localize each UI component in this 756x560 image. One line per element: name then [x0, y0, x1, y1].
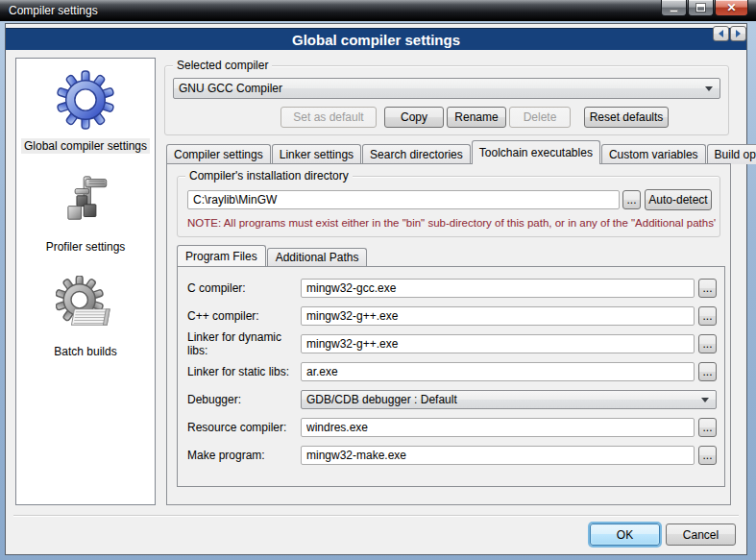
field-row-debugger: Debugger: GDB/CDB debugger : Default: [187, 390, 717, 409]
resource-compiler-browse-button[interactable]: ...: [698, 418, 717, 437]
dynamic-linker-browse-button[interactable]: ...: [698, 334, 717, 353]
settings-tabs: Compiler settings Linker settings Search…: [166, 139, 756, 164]
rename-button[interactable]: Rename: [447, 107, 506, 128]
c-compiler-label: C compiler:: [187, 281, 301, 295]
selected-compiler-group-label: Selected compiler: [173, 59, 272, 72]
c-compiler-input[interactable]: [301, 279, 695, 298]
make-program-input[interactable]: [301, 446, 695, 465]
static-linker-input[interactable]: [301, 362, 695, 381]
static-linker-browse-button[interactable]: ...: [698, 362, 717, 381]
window-controls: ✕: [661, 0, 748, 16]
tab-scroll-left-button[interactable]: [713, 26, 729, 41]
compiler-select[interactable]: GNU GCC Compiler: [173, 78, 720, 99]
installation-directory-input[interactable]: [187, 190, 620, 209]
reset-defaults-button[interactable]: Reset defaults: [584, 107, 669, 128]
installation-directory-browse-button[interactable]: ...: [622, 190, 641, 209]
sidebar-item-label: Batch builds: [51, 344, 119, 359]
window-title: Compiler settings: [0, 4, 98, 17]
field-row-dynamic-linker: Linker for dynamic libs: ...: [187, 334, 717, 353]
c-compiler-browse-button[interactable]: ...: [698, 279, 717, 298]
page-title-banner: Global compiler settings: [6, 28, 746, 50]
installation-directory-group: Compiler's installation directory ... Au…: [177, 176, 720, 237]
close-icon: ✕: [726, 1, 736, 14]
dynamic-linker-label: Linker for dynamic libs:: [187, 330, 301, 357]
debugger-select-value: GDB/CDB debugger : Default: [306, 393, 457, 406]
tab-search-directories[interactable]: Search directories: [362, 144, 471, 164]
tab-linker-settings[interactable]: Linker settings: [272, 144, 361, 164]
toolchain-executables-panel: Compiler's installation directory ... Au…: [166, 163, 731, 505]
copy-button[interactable]: Copy: [384, 107, 444, 128]
tab-compiler-settings[interactable]: Compiler settings: [166, 144, 271, 164]
page-title: Global compiler settings: [292, 32, 460, 48]
footer-divider: [13, 515, 739, 517]
resource-compiler-label: Resource compiler:: [187, 421, 301, 434]
sidebar-item-label: Global compiler settings: [21, 138, 150, 154]
sidebar-item-global-compiler-settings[interactable]: Global compiler settings: [21, 70, 150, 154]
sidebar-item-profiler-settings[interactable]: Profiler settings: [43, 175, 129, 255]
titlebar[interactable]: Compiler settings ✕: [0, 0, 756, 21]
sidebar-item-batch-builds[interactable]: Batch builds: [51, 276, 119, 359]
program-files-panel: C compiler: ... C++ compiler: ... Linker…: [177, 266, 725, 487]
installation-directory-note: NOTE: All programs must exist either in …: [187, 217, 716, 229]
tab-additional-paths[interactable]: Additional Paths: [267, 248, 368, 266]
close-button[interactable]: ✕: [715, 0, 748, 16]
compiler-select-value: GNU GCC Compiler: [179, 82, 282, 95]
compiler-settings-window: Compiler settings ✕ Global compiler sett…: [0, 0, 756, 560]
ok-button[interactable]: OK: [590, 523, 660, 546]
selected-compiler-group: Selected compiler GNU GCC Compiler Set a…: [164, 65, 729, 135]
make-program-browse-button[interactable]: ...: [698, 446, 717, 465]
cancel-button[interactable]: Cancel: [666, 523, 736, 546]
set-as-default-button[interactable]: Set as default: [280, 107, 377, 128]
dynamic-linker-input[interactable]: [301, 334, 695, 353]
restore-icon: [696, 4, 705, 12]
dialog-client-area: Global compiler settings: [5, 23, 747, 555]
debugger-label: Debugger:: [187, 393, 301, 406]
auto-detect-button[interactable]: Auto-detect: [645, 189, 712, 210]
arrow-left-icon: [719, 30, 723, 37]
cpp-compiler-label: C++ compiler:: [187, 309, 301, 323]
minimize-icon: [670, 10, 678, 12]
tab-toolchain-executables[interactable]: Toolchain executables: [472, 140, 600, 164]
caliper-icon: [58, 175, 113, 231]
tab-build-options[interactable]: Build options: [707, 144, 756, 164]
field-row-c-compiler: C compiler: ...: [187, 279, 717, 298]
chevron-down-icon: [701, 398, 709, 402]
tab-custom-variables[interactable]: Custom variables: [601, 144, 706, 164]
chevron-down-icon: [705, 86, 713, 91]
debugger-select[interactable]: GDB/CDB debugger : Default: [301, 390, 717, 409]
sidebar-item-label: Profiler settings: [43, 239, 129, 255]
arrow-right-icon: [736, 30, 741, 37]
resource-compiler-input[interactable]: [301, 418, 695, 437]
program-tabs: Program Files Additional Paths: [177, 245, 368, 266]
delete-button[interactable]: Delete: [509, 107, 571, 128]
blue-gear-icon: [56, 70, 115, 130]
restore-button[interactable]: [688, 0, 714, 16]
field-row-resource-compiler: Resource compiler: ...: [187, 418, 717, 437]
cpp-compiler-browse-button[interactable]: ...: [698, 306, 717, 326]
cpp-compiler-input[interactable]: [301, 306, 695, 326]
field-row-static-linker: Linker for static libs: ...: [187, 362, 717, 381]
installation-directory-group-label: Compiler's installation directory: [185, 169, 353, 183]
tab-scroll-right-button[interactable]: [730, 26, 746, 41]
tab-program-files[interactable]: Program Files: [177, 245, 266, 266]
field-row-make-program: Make program: ...: [187, 446, 717, 465]
minimize-button[interactable]: [661, 0, 687, 16]
settings-category-list: Global compiler settings: [15, 58, 156, 505]
make-program-label: Make program:: [187, 449, 301, 462]
static-linker-label: Linker for static libs:: [187, 365, 301, 378]
field-row-cpp-compiler: C++ compiler: ...: [187, 306, 717, 326]
batch-builds-icon: [56, 276, 115, 335]
